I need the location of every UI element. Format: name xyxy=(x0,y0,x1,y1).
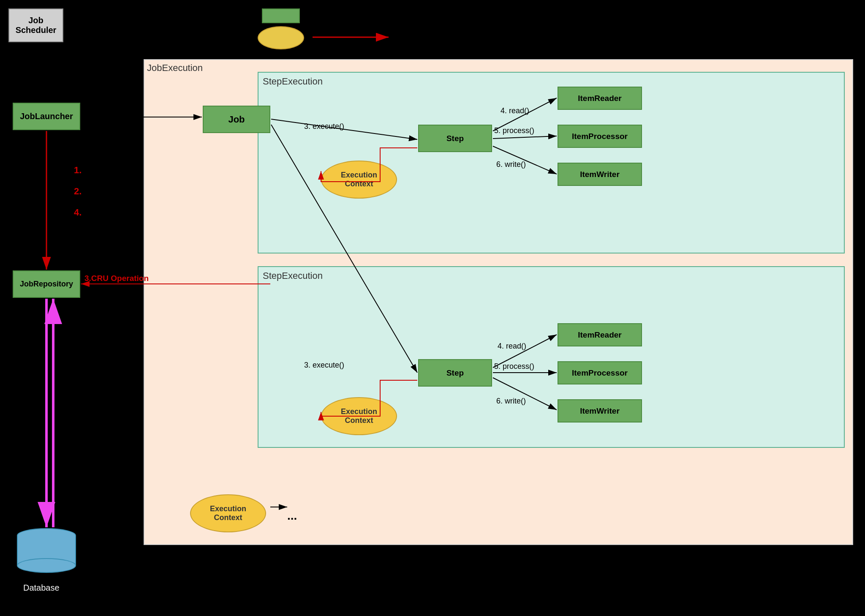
item-writer-1-box: ItemWriter xyxy=(558,163,642,186)
database-label: Database xyxy=(23,583,60,593)
exec-context-main-oval: ExecutionContext xyxy=(190,494,266,532)
top-oval xyxy=(258,26,304,49)
step-1-box: Step xyxy=(418,125,492,152)
job-launcher-label: JobLauncher xyxy=(20,112,73,121)
item-processor-2-box: ItemProcessor xyxy=(558,361,642,384)
svg-text:2. execute(): 2. execute() xyxy=(91,106,131,115)
step-2-box: Step xyxy=(418,359,492,387)
exec-context-1-oval: ExecutionContext xyxy=(321,161,397,199)
side-text-2: Start xyxy=(89,186,106,195)
exec-context-2-oval: ExecutionContext xyxy=(321,397,397,435)
item-processor-2-label: ItemProcessor xyxy=(572,368,628,378)
item-processor-1-label: ItemProcessor xyxy=(572,132,628,141)
side-text-3: End xyxy=(89,207,103,216)
item-reader-1-label: ItemReader xyxy=(578,94,622,103)
database-shape xyxy=(17,528,76,579)
step-execution-1-label: StepExecution xyxy=(263,76,323,87)
side-label-2: 2. xyxy=(74,186,82,197)
side-label-4: 4. xyxy=(74,207,82,218)
step-execution-2-label: StepExecution xyxy=(263,270,323,281)
job-launcher-box: JobLauncher xyxy=(13,103,80,130)
step-1-label: Step xyxy=(446,134,464,143)
item-reader-2-box: ItemReader xyxy=(558,323,642,346)
job-box: Job xyxy=(203,106,270,133)
item-writer-1-label: ItemWriter xyxy=(580,170,620,179)
top-green-rect xyxy=(262,8,300,23)
job-repository-label: JobRepository xyxy=(20,280,73,289)
db-bottom xyxy=(17,558,76,573)
step-2-label: Step xyxy=(446,368,464,378)
item-reader-1-box: ItemReader xyxy=(558,87,642,110)
ellipsis-label: ... xyxy=(287,509,297,523)
exec-context-2-label: ExecutionContext xyxy=(341,407,377,425)
job-scheduler-box: Job Scheduler xyxy=(8,8,63,42)
side-label-1: 1. xyxy=(74,165,82,176)
exec-context-main-label: ExecutionContext xyxy=(210,504,246,522)
job-label: Job xyxy=(228,114,245,125)
job-scheduler-label: Job Scheduler xyxy=(9,16,63,35)
item-reader-2-label: ItemReader xyxy=(578,330,622,340)
job-execution-label: JobExecution xyxy=(147,63,203,74)
svg-text:3.CRU Operation: 3.CRU Operation xyxy=(84,274,149,283)
item-processor-1-box: ItemProcessor xyxy=(558,125,642,148)
exec-context-1-label: ExecutionContext xyxy=(341,171,377,188)
item-writer-2-label: ItemWriter xyxy=(580,406,620,416)
item-writer-2-box: ItemWriter xyxy=(558,399,642,422)
side-text-1: Instance xyxy=(89,165,119,174)
job-repository-box: JobRepository xyxy=(13,270,80,298)
